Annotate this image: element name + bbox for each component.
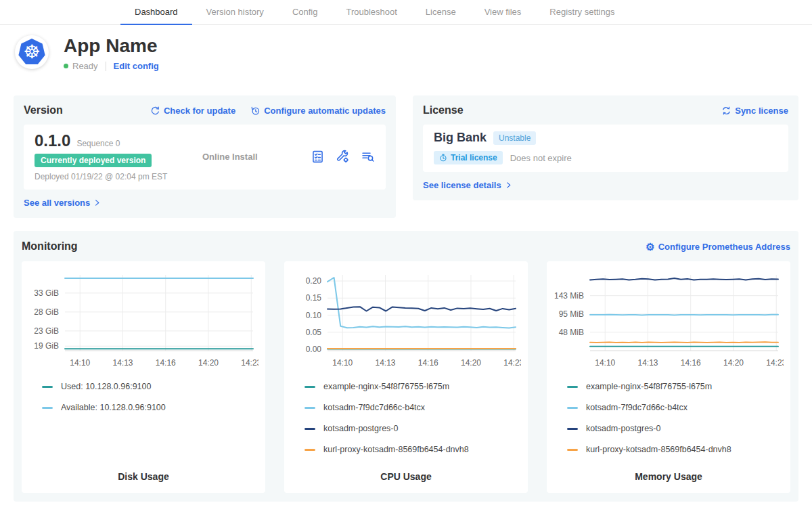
gear-icon: ⚙ <box>646 242 654 252</box>
top-navigation: DashboardVersion historyConfigTroublesho… <box>0 0 812 25</box>
app-icon: ☸ <box>15 35 49 69</box>
disk-usage-card: 14:1014:1314:1614:2014:2333 GiB28 GiB23 … <box>22 261 265 493</box>
legend-label: kurl-proxy-kotsadm-8569fb6454-dnvh8 <box>586 445 731 454</box>
license-expiry: Does not expire <box>510 153 572 163</box>
deploy-logs-icon <box>361 150 375 164</box>
version-card: Version Check for update Configure autom… <box>14 95 396 218</box>
svg-text:14:10: 14:10 <box>595 358 615 368</box>
tab-dashboard[interactable]: Dashboard <box>120 0 192 25</box>
legend-item: example-nginx-54f8f76755-l675m <box>304 382 521 391</box>
svg-text:23 GiB: 23 GiB <box>34 326 59 336</box>
deployed-timestamp: Deployed 01/19/22 @ 02:04 pm EST <box>35 172 191 181</box>
legend-item: example-nginx-54f8f76755-l675m <box>567 382 784 391</box>
svg-text:0.05: 0.05 <box>306 328 322 337</box>
legend-item: kotsadm-7f9dc7d66c-b4tcx <box>304 403 521 412</box>
chevron-right-icon <box>505 181 512 189</box>
svg-text:48 MiB: 48 MiB <box>559 328 584 337</box>
deployed-badge: Currently deployed version <box>35 154 152 167</box>
legend-label: example-nginx-54f8f76755-l675m <box>586 382 712 391</box>
kubernetes-logo-icon: ☸ <box>18 39 45 66</box>
svg-text:14:10: 14:10 <box>70 358 90 368</box>
legend-dash-icon <box>304 386 315 388</box>
preflight-checklist-icon <box>311 150 325 164</box>
legend-label: kotsadm-postgres-0 <box>586 424 660 433</box>
svg-text:14:23: 14:23 <box>766 358 784 368</box>
legend-label: kotsadm-7f9dc7d66c-b4tcx <box>323 403 425 412</box>
svg-text:28 GiB: 28 GiB <box>34 307 59 317</box>
memory-usage-title: Memory Usage <box>554 471 784 483</box>
tab-troubleshoot[interactable]: Troubleshoot <box>332 0 411 25</box>
app-name: App Name <box>64 35 159 57</box>
svg-text:14:20: 14:20 <box>461 358 481 368</box>
svg-text:14:16: 14:16 <box>681 358 701 368</box>
see-license-details-link[interactable]: See license details <box>423 180 512 190</box>
legend-label: Available: 10.128.0.96:9100 <box>61 403 166 412</box>
stopwatch-icon <box>439 154 447 162</box>
disk-usage-title: Disk Usage <box>28 471 258 483</box>
sync-icon <box>721 106 731 116</box>
svg-text:0.20: 0.20 <box>306 276 322 286</box>
svg-text:14:13: 14:13 <box>637 358 658 368</box>
license-panel: Big Bank Unstable Trial license Does not… <box>423 125 788 172</box>
svg-text:14:13: 14:13 <box>112 358 133 368</box>
current-version-panel: 0.1.0 Sequence 0 Currently deployed vers… <box>24 125 386 190</box>
disk-usage-legend: Used: 10.128.0.96:9100Available: 10.128.… <box>28 382 258 412</box>
edit-config-link[interactable]: Edit config <box>114 61 159 71</box>
see-all-versions-link[interactable]: See all versions <box>24 198 101 208</box>
monitoring-title: Monitoring <box>22 240 78 252</box>
app-status: Ready <box>72 61 98 71</box>
legend-dash-icon <box>304 428 315 430</box>
tab-config[interactable]: Config <box>278 0 332 25</box>
svg-text:14:20: 14:20 <box>198 358 219 368</box>
memory-usage-plot: 14:1014:1314:1614:2014:23143 MiB95 MiB48… <box>554 268 784 372</box>
legend-label: kotsadm-7f9dc7d66c-b4tcx <box>586 403 687 412</box>
tab-license[interactable]: License <box>411 0 470 25</box>
legend-dash-icon <box>304 449 315 451</box>
divider <box>106 62 106 71</box>
legend-label: kotsadm-postgres-0 <box>323 424 398 433</box>
cpu-usage-title: CPU Usage <box>291 471 521 483</box>
configure-automatic-updates-button[interactable]: Configure automatic updates <box>250 106 386 116</box>
sync-license-button[interactable]: Sync license <box>721 106 788 116</box>
legend-item: kurl-proxy-kotsadm-8569fb6454-dnvh8 <box>567 445 784 454</box>
edit-config-button[interactable] <box>336 150 350 164</box>
configure-prometheus-link[interactable]: ⚙ Configure Prometheus Address <box>646 242 790 252</box>
view-deploy-logs-button[interactable] <box>361 150 375 164</box>
clock-arrow-icon <box>250 106 261 116</box>
legend-item: Used: 10.128.0.96:9100 <box>42 382 258 391</box>
tab-view-files[interactable]: View files <box>470 0 536 25</box>
refresh-icon <box>150 106 160 116</box>
license-card-title: License <box>423 104 464 116</box>
edit-config-wrench-icon <box>336 150 350 164</box>
svg-text:0.10: 0.10 <box>306 311 322 320</box>
status-dot-icon <box>64 64 68 68</box>
preflight-checks-button[interactable] <box>311 150 325 164</box>
legend-dash-icon <box>567 386 578 388</box>
license-customer-name: Big Bank <box>434 131 487 145</box>
svg-text:0.00: 0.00 <box>306 345 322 354</box>
svg-text:143 MiB: 143 MiB <box>554 291 584 301</box>
license-card: License Sync license Big Bank Unstable <box>413 95 798 200</box>
svg-text:33 GiB: 33 GiB <box>34 288 59 298</box>
cpu-usage-legend: example-nginx-54f8f76755-l675mkotsadm-7f… <box>291 382 521 454</box>
version-number: 0.1.0 <box>35 131 70 150</box>
tab-version-history[interactable]: Version history <box>192 0 278 25</box>
legend-item: kotsadm-7f9dc7d66c-b4tcx <box>567 403 784 412</box>
legend-dash-icon <box>304 407 315 409</box>
svg-text:19 GiB: 19 GiB <box>34 341 59 351</box>
memory-usage-card: 14:1014:1314:1614:2014:23143 MiB95 MiB48… <box>547 261 790 493</box>
cpu-usage-card: 14:1014:1314:1614:2014:230.200.150.100.0… <box>284 261 528 493</box>
charts-row: 14:1014:1314:1614:2014:2333 GiB28 GiB23 … <box>22 261 790 493</box>
legend-label: example-nginx-54f8f76755-l675m <box>323 382 449 391</box>
svg-text:14:23: 14:23 <box>503 358 521 368</box>
legend-item: Available: 10.128.0.96:9100 <box>42 403 258 412</box>
svg-text:14:23: 14:23 <box>241 358 258 368</box>
version-card-title: Version <box>24 104 63 116</box>
svg-text:14:16: 14:16 <box>418 358 438 368</box>
legend-item: kurl-proxy-kotsadm-8569fb6454-dnvh8 <box>304 445 521 454</box>
tab-registry-settings[interactable]: Registry settings <box>535 0 629 25</box>
svg-text:14:20: 14:20 <box>723 358 744 368</box>
app-header: ☸ App Name Ready Edit config <box>0 25 812 95</box>
legend-dash-icon <box>567 428 578 430</box>
check-for-update-button[interactable]: Check for update <box>150 106 235 116</box>
